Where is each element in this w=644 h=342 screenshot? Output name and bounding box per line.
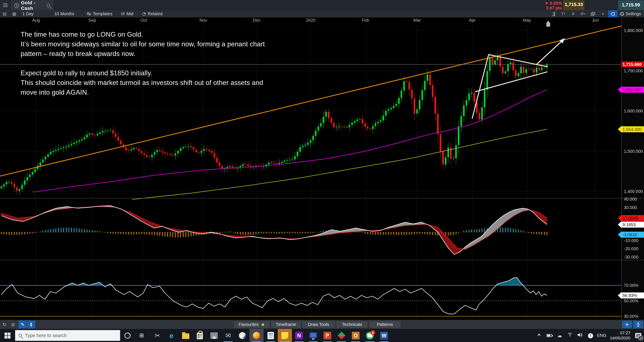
range-button[interactable]: 10 Months: [51, 10, 84, 17]
taskbar-app-sticky-notes[interactable]: [278, 329, 292, 342]
candle-body: [528, 69, 530, 69]
candle-body: [344, 127, 345, 127]
taskbar-app-outlook[interactable]: O: [348, 329, 363, 342]
settings-button[interactable]: Settings: [618, 10, 644, 17]
layout-button[interactable]: ▦: [10, 10, 19, 17]
refresh-button[interactable]: ↻: [0, 321, 8, 329]
candle-body: [136, 148, 137, 149]
svg-text:1,500.000: 1,500.000: [624, 149, 643, 154]
templates-button[interactable]: Templates: [84, 10, 118, 17]
taskbar-app-firefox[interactable]: [250, 329, 264, 342]
svg-text:Dec: Dec: [253, 18, 260, 22]
windows-cascade-button[interactable]: [588, 10, 598, 17]
svg-text:1,700.000: 1,700.000: [624, 68, 643, 73]
trading-app-window: 1 Gold - Cash ▼ 0.05% 0.97 pts 1,715.33 …: [0, 0, 644, 342]
draw-grid-tool-button[interactable]: #✎: [578, 10, 588, 17]
tray-expand-button[interactable]: ^: [534, 333, 544, 339]
taskbar-app-mail[interactable]: ✉: [221, 329, 235, 342]
tab-timeframe[interactable]: Timeframe: [271, 321, 301, 328]
price-label-tool-button[interactable]: [608, 10, 618, 17]
taskbar-app-remote-desktop[interactable]: [306, 329, 320, 342]
taskbar-app-microsoft-store[interactable]: [193, 329, 207, 342]
buy-price-button[interactable]: 1,715.99: [618, 0, 644, 10]
action-center-button[interactable]: 4: [632, 329, 644, 342]
candle-body: [442, 151, 444, 164]
battery-icon[interactable]: [544, 333, 554, 338]
scale-tool-button[interactable]: [548, 10, 558, 17]
taskbar-app-file-explorer[interactable]: [178, 329, 193, 342]
grid-tool-button[interactable]: #: [568, 10, 578, 17]
start-button[interactable]: [0, 329, 15, 342]
taskbar-app-xbox[interactable]: [235, 329, 250, 342]
edge-icon: e: [170, 332, 174, 340]
down-arrow-icon: ▼: [544, 1, 550, 5]
candle-body: [346, 127, 348, 128]
search-icon: [19, 334, 22, 337]
candle-body: [188, 146, 189, 147]
candle-body: [162, 151, 163, 152]
candle-body: [125, 147, 127, 150]
vertical-zoom-button[interactable]: [633, 321, 643, 328]
taskbar-clock[interactable]: 07:27 14/05/2020: [608, 331, 632, 341]
snipping-tool-icon: ✂: [154, 332, 160, 340]
taskbar-app-onenote[interactable]: N: [292, 329, 306, 342]
alert-icon[interactable]: !: [586, 333, 596, 338]
taskbar-app-snipping-tool[interactable]: ✂: [150, 329, 164, 342]
price-chart[interactable]: AugSepOctNovDec2020FebMarAprMayJun1,800.…: [0, 17, 644, 320]
period-button[interactable]: 1 Day: [19, 10, 51, 17]
xbox-icon: [239, 332, 246, 339]
candle-body: [94, 135, 96, 135]
taskbar-search-input[interactable]: Type here to search: [15, 330, 120, 341]
crosshair-pin-button[interactable]: ⌖: [598, 10, 608, 17]
order-panel-button[interactable]: ▤: [0, 10, 10, 17]
volume-icon[interactable]: [575, 333, 586, 339]
candle-body: [195, 150, 197, 152]
taskbar-app-photos[interactable]: [207, 329, 221, 342]
taskbar-app-people[interactable]: [264, 329, 278, 342]
taskbar-app-diamond-app[interactable]: [334, 329, 348, 342]
pointer-tool-button[interactable]: [27, 321, 35, 329]
wifi-icon[interactable]: [565, 333, 575, 338]
search-icon[interactable]: [47, 4, 50, 7]
onedrive-icon[interactable]: ☁: [554, 333, 565, 338]
clear-drawings-button[interactable]: ⊘: [9, 321, 17, 329]
text-tool-button[interactable]: TT: [558, 10, 568, 17]
related-button[interactable]: Related: [139, 10, 167, 17]
taskbar-app-powerpoint[interactable]: P: [320, 329, 334, 342]
candle-body: [354, 121, 356, 123]
tab-patterns[interactable]: Patterns: [369, 321, 400, 328]
candle-body: [533, 69, 535, 73]
candle-body: [128, 150, 129, 151]
candle-body: [302, 146, 303, 147]
candle-body: [16, 187, 18, 191]
instrument-tab[interactable]: 1 Gold - Cash: [11, 0, 53, 10]
tab-technicals[interactable]: Technicals: [336, 321, 368, 328]
candle-body: [463, 105, 464, 116]
cortana-button[interactable]: [121, 329, 134, 342]
tab-draw-tools[interactable]: Draw Tools: [302, 321, 335, 328]
candle-body: [440, 134, 441, 151]
candle-body: [99, 132, 101, 134]
candle-body: [156, 150, 158, 152]
language-indicator[interactable]: ENG: [596, 333, 608, 338]
taskbar-app-whatsapp[interactable]: ☎2: [363, 329, 377, 342]
taskbar-app-edge[interactable]: e: [164, 329, 178, 342]
svg-text:Oct: Oct: [140, 18, 148, 22]
draw-pencil-button[interactable]: ✎: [18, 321, 26, 329]
candle-body: [531, 69, 532, 69]
taskbar-app-word[interactable]: W: [377, 329, 391, 342]
candle-body: [3, 184, 4, 186]
candle-body: [307, 143, 309, 145]
candle-body: [396, 104, 397, 106]
tab-favourites[interactable]: Favourites★: [234, 321, 270, 328]
svg-text:30.000: 30.000: [624, 205, 637, 210]
task-view-button[interactable]: ⊞: [135, 329, 148, 342]
mid-price-button[interactable]: Mid: [118, 10, 139, 17]
candle-body: [32, 172, 33, 175]
sell-price-button[interactable]: 1,715.33 ▼: [563, 0, 584, 10]
crosshair-mode-button[interactable]: [622, 321, 632, 328]
main-menu-button[interactable]: [0, 0, 11, 10]
instrument-number-icon: 1: [14, 3, 19, 8]
candle-body: [299, 147, 301, 152]
candle-body: [279, 163, 280, 164]
